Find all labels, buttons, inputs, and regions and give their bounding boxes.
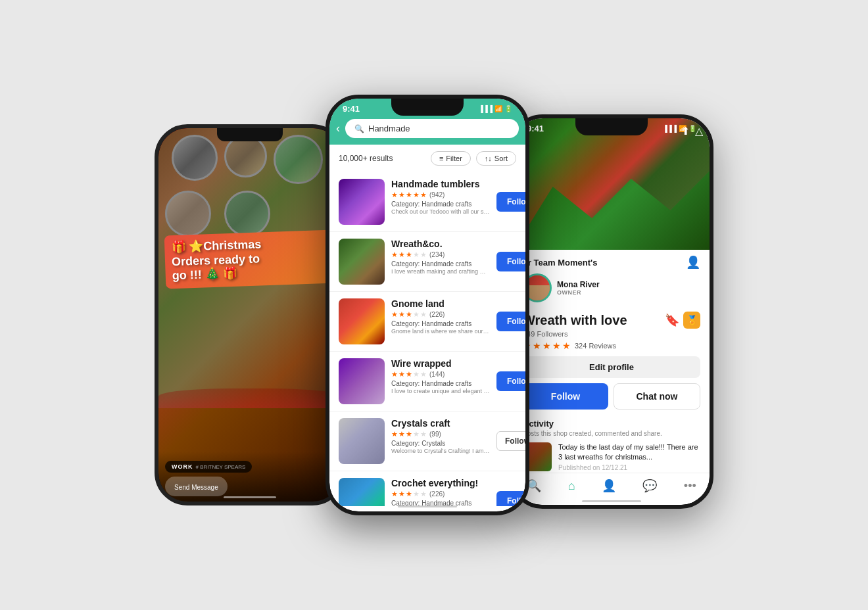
star-5: ★ bbox=[420, 191, 427, 199]
right-signal-icon: ▐▐▐ bbox=[663, 125, 677, 132]
star-1: ★ bbox=[391, 490, 398, 498]
shop-list-item: Wreath&co. ★★★★★ (234) Category: Handmad… bbox=[329, 232, 525, 292]
star-2: ★ bbox=[398, 430, 405, 438]
follow-button-1[interactable]: Follow bbox=[496, 252, 525, 271]
star-5: ★ bbox=[562, 340, 571, 351]
filter-sort-buttons: ≡ Filter ↑↓ Sort bbox=[431, 151, 516, 166]
right-phone: 9:41 ▐▐▐ 📶 🔋 ‹ ⬆ △ ur Team Moment's bbox=[510, 114, 713, 509]
notch-left bbox=[217, 128, 283, 141]
notch-right bbox=[575, 118, 648, 135]
story-background: Lunacraft_Mini... 🎁 ⭐ChristmasOrders rea… bbox=[158, 128, 341, 502]
star-3: ★ bbox=[406, 370, 412, 379]
shop-description: I love wreath making and crafting with m… bbox=[391, 268, 490, 275]
nav-profile-icon[interactable]: 👤 bbox=[602, 479, 616, 493]
hero-pine-decor bbox=[514, 171, 710, 250]
shop-thumbnail bbox=[339, 418, 385, 464]
search-icon: 🔍 bbox=[354, 124, 364, 133]
star-2: ★ bbox=[398, 370, 405, 379]
shop-info: Crystals craft ★★★★★ (99) Category: Crys… bbox=[391, 418, 490, 454]
activity-section: Activity Posts this shop created, commen… bbox=[514, 419, 710, 477]
activity-subtitle: Posts this shop created, commented and s… bbox=[523, 430, 700, 437]
follow-button[interactable]: Follow bbox=[523, 383, 608, 410]
story-title-box: 🎁 ⭐ChristmasOrders ready togo !!! 🎄 🎁 bbox=[164, 230, 336, 289]
star-1: ★ bbox=[391, 191, 398, 199]
star-4: ★ bbox=[413, 370, 420, 379]
shop-rating-stars: ★★★★★ (226) bbox=[391, 490, 490, 498]
left-screen: Lunacraft_Mini... 🎁 ⭐ChristmasOrders rea… bbox=[158, 128, 341, 502]
send-message-button[interactable]: Send Message bbox=[165, 477, 228, 496]
search-input-box[interactable]: 🔍 Handmade bbox=[345, 119, 519, 138]
search-input-text: Handmade bbox=[368, 124, 410, 133]
back-button[interactable]: ‹ bbox=[336, 122, 340, 135]
status-icons: ▐▐▐ 📶 🔋 bbox=[479, 105, 512, 112]
notch-middle bbox=[391, 99, 464, 116]
shop-category: Category: Handmade crafts bbox=[391, 200, 490, 208]
filter-label: Filter bbox=[446, 154, 462, 162]
follow-button-5[interactable]: Follow bbox=[496, 491, 525, 506]
activity-post-text: Today is the last day of my sale!!! Ther… bbox=[558, 442, 700, 463]
shop-list-item: Crystals craft ★★★★★ (99) Category: Crys… bbox=[329, 411, 525, 471]
star-4: ★ bbox=[413, 250, 420, 259]
shop-category: Category: Handmade crafts bbox=[391, 380, 490, 387]
owner-label-text: OWNER bbox=[557, 289, 600, 296]
shop-name: Gnome land bbox=[391, 298, 490, 309]
sort-button[interactable]: ↑↓ Sort bbox=[476, 151, 516, 166]
shop-title-section: Wreath with love 🔖 🏅 849 Followers ★ ★ ★… bbox=[514, 312, 710, 419]
shop-list-item: Gnome land ★★★★★ (226) Category: Handmad… bbox=[329, 292, 525, 352]
shop-info: Crochet everything! ★★★★★ (226) Category… bbox=[391, 478, 490, 506]
star-3: ★ bbox=[406, 430, 412, 438]
owner-info: Mona River OWNER bbox=[557, 280, 600, 296]
follow-button-4[interactable]: Following bbox=[496, 431, 525, 451]
shop-description: Check out our Tedooo with all our specia… bbox=[391, 208, 490, 215]
signal-icon: ▐▐▐ bbox=[479, 105, 493, 112]
middle-screen: 9:41 ▐▐▐ 📶 🔋 ‹ 🔍 Handmade 10,000+ result… bbox=[329, 99, 525, 511]
shop-list-item: Handmade tumblers ★★★★★ (942) Category: … bbox=[329, 172, 525, 232]
hero-image: 9:41 ▐▐▐ 📶 🔋 ‹ ⬆ △ bbox=[514, 118, 710, 250]
rating-count: (942) bbox=[429, 191, 445, 199]
shop-rating-stars: ★★★★★ (144) bbox=[391, 370, 490, 379]
star-2: ★ bbox=[533, 340, 541, 351]
star-5: ★ bbox=[420, 310, 427, 319]
shop-name: Wire wrapped bbox=[391, 358, 490, 369]
shop-title-row: Wreath with love 🔖 🏅 bbox=[523, 312, 700, 329]
shop-name: Wreath&co. bbox=[391, 239, 490, 249]
edit-profile-button[interactable]: Edit profile bbox=[523, 356, 700, 378]
star-5: ★ bbox=[420, 430, 427, 438]
alert-icon[interactable]: △ bbox=[695, 125, 703, 137]
middle-phone: 9:41 ▐▐▐ 📶 🔋 ‹ 🔍 Handmade 10,000+ result… bbox=[326, 95, 529, 515]
shop-category: Category: Handmade crafts bbox=[391, 260, 490, 268]
follow-button-2[interactable]: Follow bbox=[496, 312, 525, 331]
artist-label: # BRITNEY SPEARS bbox=[196, 464, 246, 470]
person-icon[interactable]: 👤 bbox=[686, 255, 700, 270]
star-3: ★ bbox=[406, 490, 412, 498]
follow-button-0[interactable]: Follow bbox=[496, 192, 525, 212]
shop-thumbnail bbox=[339, 298, 385, 344]
star-3: ★ bbox=[542, 340, 551, 351]
shop-info: Handmade tumblers ★★★★★ (942) Category: … bbox=[391, 179, 490, 215]
star-4: ★ bbox=[413, 490, 420, 498]
rating-count: (99) bbox=[429, 431, 441, 438]
nav-messages-icon[interactable]: 💬 bbox=[642, 479, 657, 493]
nav-more-icon[interactable]: ••• bbox=[684, 479, 696, 493]
send-message-label: Send Message bbox=[174, 484, 218, 491]
bookmark-icon[interactable]: 🔖 bbox=[665, 313, 679, 327]
star-4: ★ bbox=[413, 191, 420, 199]
shop-thumbnail bbox=[339, 179, 385, 225]
filter-button[interactable]: ≡ Filter bbox=[431, 151, 471, 166]
star-1: ★ bbox=[391, 370, 398, 379]
story-bottom: WORK # BRITNEY SPEARS Send Message bbox=[158, 452, 341, 502]
hero-action-icons: ⬆ △ bbox=[681, 125, 703, 137]
chat-button[interactable]: Chat now bbox=[614, 383, 700, 410]
follow-button-3[interactable]: Follow bbox=[496, 371, 525, 391]
owner-name-text: Mona River bbox=[557, 280, 600, 289]
star-1: ★ bbox=[391, 430, 398, 438]
shop-thumbnail bbox=[339, 478, 385, 506]
star-4: ★ bbox=[552, 340, 561, 351]
star-3: ★ bbox=[406, 310, 412, 319]
shop-info: Wire wrapped ★★★★★ (144) Category: Handm… bbox=[391, 358, 490, 394]
filter-icon: ≡ bbox=[439, 154, 443, 162]
nav-home-icon[interactable]: ⌂ bbox=[568, 479, 575, 493]
share-icon[interactable]: ⬆ bbox=[681, 125, 690, 137]
results-bar: 10,000+ results ≡ Filter ↑↓ Sort bbox=[329, 145, 525, 172]
search-bar-area: ‹ 🔍 Handmade bbox=[329, 116, 525, 145]
